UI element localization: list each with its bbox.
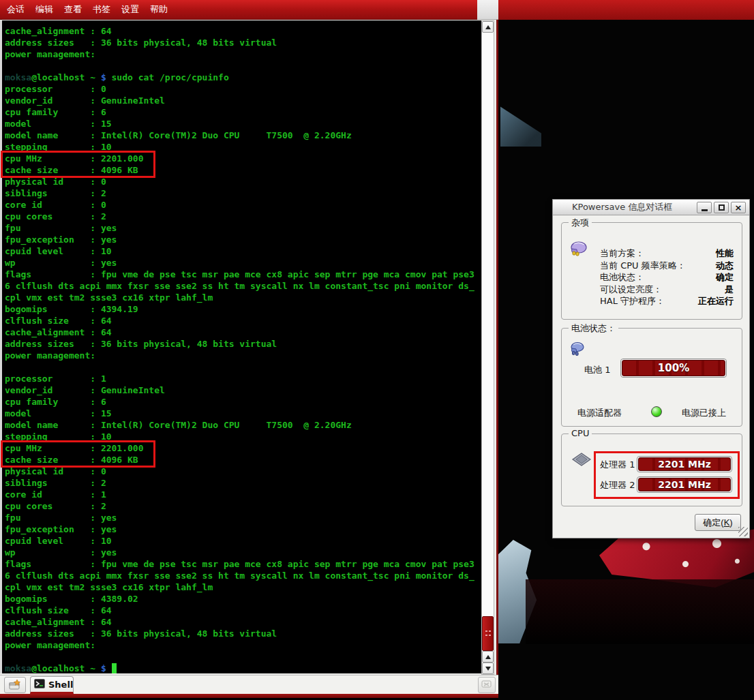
menu-session[interactable]: 会话 <box>7 3 25 16</box>
cpu-freq-bar-1: 2201 MHz <box>637 456 732 472</box>
resize-grip[interactable] <box>738 527 748 536</box>
adapter-status: 电源已接上 <box>682 407 726 419</box>
ok-label-key: K <box>724 517 730 528</box>
battery-percent: 100% <box>658 362 689 374</box>
group-misc: 杂项 当前方案： 性能 当前 CPU 频率策略： 动态 电池状态： 确定 <box>561 222 742 320</box>
cpu-row-2: 处理器 2 2201 MHz <box>562 476 742 493</box>
kpowersave-plug-icon <box>569 239 589 257</box>
screen: { "colors": { "menubar_red": "#a81111", … <box>0 0 754 700</box>
group-misc-legend: 杂项 <box>569 217 592 229</box>
scroll-down-button[interactable] <box>482 663 494 674</box>
misc-value: 性能 <box>716 247 734 259</box>
tab-shell-label: Shell <box>48 680 73 690</box>
misc-row-battery-state: 电池状态： 确定 <box>600 271 734 283</box>
menu-help[interactable]: 帮助 <box>150 3 168 16</box>
misc-row-scheme: 当前方案： 性能 <box>600 247 734 259</box>
minimize-icon <box>702 209 708 211</box>
battery-plug-icon <box>569 341 586 357</box>
menu-bookmarks[interactable]: 书签 <box>93 3 110 16</box>
menubar: 会话 编辑 查看 书签 设置 帮助 <box>0 0 477 20</box>
misc-label: 可以设定亮度： <box>600 284 662 295</box>
cpu-label-2: 处理器 2 <box>600 479 635 491</box>
arrow-down-icon <box>485 667 491 671</box>
menu-settings[interactable]: 设置 <box>121 3 139 16</box>
misc-value: 是 <box>725 284 734 295</box>
new-session-icon <box>8 679 22 691</box>
maximize-button[interactable] <box>714 202 729 213</box>
close-icon: × <box>735 203 742 212</box>
arrow-up-icon <box>485 655 491 659</box>
cpu-freq-value-1: 2201 MHz <box>658 459 711 470</box>
misc-row-hal: HAL 守护程序： 正在运行 <box>600 295 734 307</box>
menu-view[interactable]: 查看 <box>64 3 82 16</box>
konsole-icon <box>34 678 45 691</box>
adapter-label: 电源适配器 <box>577 407 622 419</box>
scroll-up-button-bottom[interactable] <box>482 651 494 663</box>
adapter-led-icon <box>651 406 662 417</box>
close-button[interactable]: × <box>731 202 746 213</box>
maximize-icon <box>719 204 725 211</box>
misc-label: 当前 CPU 频率策略： <box>600 260 686 271</box>
tab-bar: Shell <box>0 675 498 694</box>
cpu-freq-bar-2: 2201 MHz <box>637 476 732 493</box>
arrow-up-icon <box>485 25 491 29</box>
terminal-scrollbar[interactable] <box>481 20 494 675</box>
menu-edit[interactable]: 编辑 <box>35 3 53 16</box>
scrollbar-thumb[interactable] <box>482 616 494 651</box>
misc-label: HAL 守护程序： <box>600 295 665 307</box>
misc-value: 确定 <box>716 271 734 283</box>
detach-session-button[interactable] <box>478 677 496 693</box>
window-bottom-border <box>0 694 498 698</box>
cpu-freq-value-2: 2201 MHz <box>658 479 711 490</box>
kpowersave-dialog: KPowersave 信息对话框 × 杂项 当前方案： 性能 当前 CPU <box>552 199 750 538</box>
wallpaper-red-band <box>498 0 754 20</box>
tab-shell[interactable]: Shell <box>30 676 74 694</box>
new-tab-button[interactable] <box>4 677 26 693</box>
cpu-label-1: 处理器 1 <box>600 459 635 471</box>
scroll-up-button[interactable] <box>482 21 494 33</box>
konsole-window: 会话 编辑 查看 书签 设置 帮助 cache_alignment : 64ad… <box>0 0 498 698</box>
session-list-icon <box>481 678 493 692</box>
misc-row-brightness: 可以设定亮度： 是 <box>600 284 734 295</box>
misc-value: 正在运行 <box>698 295 734 307</box>
group-cpu-legend: CPU <box>569 428 592 438</box>
misc-label: 当前方案： <box>600 247 644 259</box>
ok-label-pre: 确定( <box>703 517 723 529</box>
misc-row-cpu-policy: 当前 CPU 频率策略： 动态 <box>600 260 734 271</box>
dialog-title: KPowersave 信息对话框 <box>572 201 672 213</box>
group-battery: 电池状态： 电池 1 100% 电源适配器 电源已接上 <box>561 328 742 427</box>
battery-progressbar: 100% <box>620 359 727 378</box>
terminal-output[interactable]: cache_alignment : 64address sizes : 36 b… <box>0 20 481 673</box>
battery-label: 电池 1 <box>584 364 610 376</box>
group-cpu: CPU 处理器 1 2201 MHz 处理器 2 2201 MHz <box>561 433 742 506</box>
misc-value: 动态 <box>716 260 734 271</box>
cpu-row-1: 处理器 1 2201 MHz <box>562 456 742 472</box>
ok-button[interactable]: 确定(K) <box>695 514 741 531</box>
ok-label-post: ) <box>729 517 732 528</box>
dialog-titlebar[interactable]: KPowersave 信息对话框 × <box>553 200 749 215</box>
adapter-row: 电源适配器 电源已接上 <box>562 406 742 419</box>
menubar-corner <box>477 0 498 20</box>
misc-label: 电池状态： <box>600 271 644 283</box>
minimize-button[interactable] <box>697 202 712 213</box>
wallpaper-dark-fold <box>526 579 754 644</box>
group-battery-legend: 电池状态： <box>569 322 618 335</box>
wallpaper-blue-shape <box>500 102 541 147</box>
thumb-grip-icon <box>485 629 492 639</box>
